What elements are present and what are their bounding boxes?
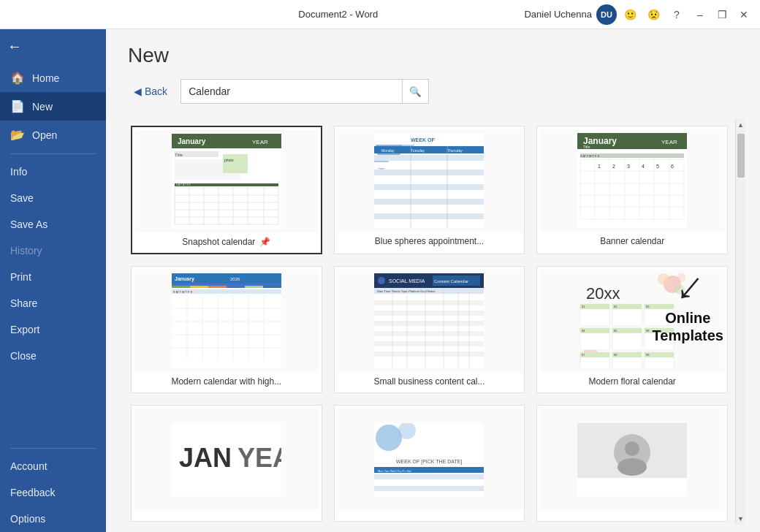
sidebar-item-save[interactable]: Save — [0, 185, 106, 211]
template-card-banner[interactable]: January YEAR Title S M T W T F S — [536, 126, 728, 254]
templates-grid: January YEAR Title photo S M T — [128, 118, 731, 525]
sidebar-item-print[interactable]: Print — [0, 264, 106, 290]
svg-rect-7 — [223, 154, 248, 173]
sidebar-back-button[interactable]: ← — [0, 29, 106, 64]
search-row: ◀ Back 🔍 — [128, 79, 738, 104]
emoji-sad-icon[interactable]: 😟 — [643, 4, 664, 25]
template-thumb-banner: January YEAR Title S M T W T F S — [540, 129, 724, 232]
svg-text:Content Calendar: Content Calendar — [434, 279, 468, 284]
sidebar-item-export[interactable]: Export — [0, 316, 106, 343]
app-body: ← 🏠 Home 📄 New 📂 Open Info Save — [0, 29, 760, 532]
sidebar-item-share[interactable]: Share — [0, 290, 106, 316]
user-info: Daniel Uchenna DU — [524, 4, 617, 25]
search-box: 🔍 — [180, 79, 429, 104]
svg-text:20xx: 20xx — [586, 284, 620, 303]
sidebar-bottom: Account Feedback Options — [0, 444, 106, 532]
svg-text:2: 2 — [612, 164, 615, 169]
template-thumb-snapshot: January YEAR Title photo S M T — [135, 130, 318, 232]
sidebar-item-feedback[interactable]: Feedback — [0, 479, 106, 506]
sidebar-item-save-as[interactable]: Save As — [0, 211, 106, 238]
template-card-modern-high[interactable]: January 2026 — [131, 266, 322, 393]
sidebar-history-label: History — [10, 245, 42, 256]
avatar: DU — [596, 4, 617, 25]
template-card-floral[interactable]: 20xx 01 02 — [536, 266, 728, 393]
scrollbar-thumb[interactable] — [737, 134, 745, 178]
svg-rect-172 — [374, 474, 484, 479]
svg-text:6: 6 — [671, 164, 674, 169]
svg-rect-100 — [374, 300, 484, 305]
template-label-week-date — [338, 511, 522, 518]
template-label-banner: Banner calendar — [540, 232, 724, 249]
svg-rect-75 — [227, 286, 245, 288]
svg-rect-39 — [374, 206, 484, 212]
svg-text:Monday: Monday — [381, 148, 395, 153]
svg-text:WEEK OF [PICK THE DATE]: WEEK OF [PICK THE DATE] — [396, 459, 462, 465]
close-button[interactable]: ✕ — [734, 4, 754, 25]
sidebar-item-options[interactable]: Options — [0, 506, 106, 532]
main-content: New ◀ Back 🔍 — [106, 29, 760, 532]
sidebar-account-label: Account — [10, 460, 48, 472]
sidebar-item-account[interactable]: Account — [0, 453, 106, 479]
back-button[interactable]: ◀ Back — [128, 83, 173, 100]
template-card-snapshot[interactable]: January YEAR Title photo S M T — [131, 126, 322, 254]
svg-rect-110 — [374, 352, 484, 357]
help-button[interactable]: ? — [666, 4, 687, 25]
svg-rect-102 — [374, 311, 484, 316]
svg-rect-71 — [172, 284, 281, 286]
search-button[interactable]: 🔍 — [402, 80, 428, 103]
template-label-small-biz: Small business content cal... — [338, 372, 522, 390]
template-card-jan-year[interactable]: JAN YEAR — [131, 405, 322, 522]
svg-rect-37 — [374, 191, 484, 197]
templates-container: January YEAR Title photo S M T — [106, 118, 760, 532]
sidebar-item-close[interactable]: Close — [0, 343, 106, 369]
scrollbar-down-button[interactable]: ▼ — [736, 512, 746, 525]
emoji-smile-icon[interactable]: 🙂 — [620, 4, 640, 25]
open-icon: 📂 — [10, 128, 25, 142]
svg-text:Mon  Tue  Wed  Thu  Fri  Sat: Mon Tue Wed Thu Fri Sat — [378, 469, 412, 473]
home-icon: 🏠 — [10, 71, 25, 85]
template-card-blue-spheres[interactable]: WEEK OF Monday Tuesday Thursday — [334, 126, 525, 254]
sidebar-divider-1 — [10, 153, 96, 154]
sidebar-item-home[interactable]: 🏠 Home — [0, 64, 106, 92]
svg-text:WEEK OF: WEEK OF — [411, 137, 435, 142]
window-controls: – ❐ ✕ — [690, 4, 754, 25]
scrollbar-up-button[interactable]: ▲ — [736, 118, 746, 131]
template-card-week-date[interactable]: WEEK OF [PICK THE DATE] Mon Tue Wed Thu … — [334, 405, 525, 522]
sidebar-save-label: Save — [10, 192, 34, 204]
svg-rect-107 — [374, 336, 484, 341]
svg-text:S M T W T F S: S M T W T F S — [176, 183, 191, 186]
small-biz-preview: SOCIAL MEDIA Content Calendar Date Time … — [374, 273, 484, 368]
sidebar-item-new[interactable]: 📄 New — [0, 92, 106, 121]
svg-text:3: 3 — [627, 164, 630, 169]
sidebar-item-open[interactable]: 📂 Open — [0, 121, 106, 149]
svg-point-178 — [625, 441, 639, 456]
search-input[interactable] — [181, 81, 402, 102]
svg-rect-174 — [374, 486, 484, 491]
sidebar-divider-2 — [10, 448, 96, 449]
svg-text:01: 01 — [582, 305, 585, 308]
restore-button[interactable]: ❐ — [712, 4, 732, 25]
svg-text:YEAR: YEAR — [238, 443, 281, 473]
svg-text:04: 04 — [582, 329, 585, 332]
svg-point-121 — [677, 273, 685, 282]
svg-rect-76 — [245, 286, 263, 288]
sidebar-options-label: Options — [10, 513, 45, 525]
svg-rect-32 — [374, 155, 484, 161]
templates-scroll[interactable]: January YEAR Title photo S M T — [128, 118, 735, 525]
template-card-photo[interactable] — [536, 405, 728, 522]
sidebar-save-as-label: Save As — [10, 218, 48, 230]
svg-text:YEAR: YEAR — [252, 139, 268, 145]
svg-text:Title: Title — [175, 153, 183, 157]
sidebar-nav: 🏠 Home 📄 New 📂 Open Info Save Save As — [0, 64, 106, 444]
content-header: New ◀ Back 🔍 — [106, 29, 760, 118]
new-doc-icon: 📄 — [10, 99, 25, 113]
search-icon: 🔍 — [409, 86, 422, 97]
template-card-small-biz[interactable]: SOCIAL MEDIA Content Calendar Date Time … — [334, 266, 525, 393]
svg-rect-106 — [374, 331, 484, 336]
scrollbar[interactable]: ▲ ▼ — [735, 118, 745, 525]
sidebar-item-info[interactable]: Info — [0, 159, 106, 185]
svg-rect-105 — [374, 326, 484, 331]
svg-rect-35 — [374, 177, 484, 183]
minimize-button[interactable]: – — [690, 4, 710, 25]
back-chevron-icon: ◀ — [134, 86, 142, 97]
